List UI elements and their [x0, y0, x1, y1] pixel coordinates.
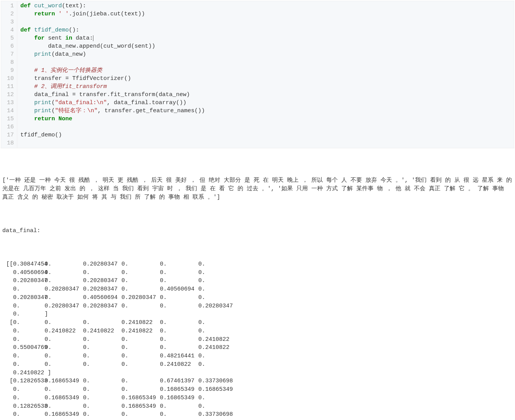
- matrix-row: [0.128265330.168653490.0.0.674613970.337…: [2, 377, 513, 385]
- matrix-cell: 0.: [121, 285, 160, 294]
- code-token: "data_final:\n": [55, 100, 107, 106]
- code-token: cut_word: [34, 3, 62, 9]
- matrix-cell: 0.: [45, 294, 83, 302]
- matrix-cell: 0.: [160, 319, 198, 327]
- matrix-cell: 0.16865349: [121, 402, 160, 411]
- line-number: 14: [1, 107, 14, 115]
- matrix-row: 0.202803470.0.202803470.0.0.: [2, 277, 513, 285]
- output-matrix: [[0.308474540.0.202803470.0.0. 0.4056069…: [2, 260, 513, 420]
- matrix-cell: 0.: [160, 269, 198, 277]
- matrix-cell: 0.: [198, 327, 237, 335]
- line-number: 3: [1, 18, 14, 26]
- matrix-cell: 0.: [45, 352, 83, 360]
- matrix-cell: 0.: [198, 285, 237, 294]
- matrix-cell: 0.20280347: [121, 294, 160, 302]
- code-token: [20, 11, 34, 17]
- matrix-cell: 0.: [83, 394, 121, 402]
- code-line[interactable]: [20, 139, 514, 147]
- code-token: "特征名字：\n": [55, 108, 98, 114]
- matrix-cell: 0.40560694: [160, 285, 198, 294]
- code-token: for: [34, 35, 45, 42]
- matrix-cell: 0.: [198, 260, 237, 269]
- matrix-row: 0.0.168653490.0.168653490.168653490.: [2, 394, 513, 402]
- line-number: 4: [1, 26, 14, 34]
- matrix-cell: 0.20280347: [6, 294, 45, 302]
- code-line[interactable]: print("特征名字：\n", transfer.get_feature_na…: [20, 107, 514, 115]
- code-token: [55, 11, 58, 17]
- code-line[interactable]: data_new.append(cut_word(sent)): [20, 42, 514, 50]
- matrix-cell: 0.: [160, 344, 198, 352]
- code-token: sent: [45, 35, 65, 42]
- code-line[interactable]: for sent in data:: [20, 34, 514, 42]
- matrix-row: 0.0.24108220.24108220.24108220.0.: [2, 327, 513, 335]
- line-number: 18: [1, 139, 14, 147]
- matrix-cell: 0.: [83, 344, 121, 352]
- matrix-row: [[0.308474540.0.202803470.0.0.: [2, 260, 513, 269]
- code-line[interactable]: return ' '.join(jieba.cut(text)): [20, 10, 514, 18]
- matrix-cell: 0.: [45, 402, 83, 411]
- code-line[interactable]: # 2、调用fit_transform: [20, 83, 514, 91]
- code-token: tfidf_demo(): [20, 132, 62, 138]
- matrix-cell: 0.: [83, 352, 121, 360]
- matrix-cell: 0.: [121, 360, 160, 369]
- code-token: return None: [34, 116, 72, 122]
- matrix-cell: 0.: [160, 402, 198, 411]
- code-token: [20, 108, 34, 114]
- matrix-cell: 0.: [198, 352, 237, 360]
- matrix-cell: 0.: [160, 327, 198, 335]
- matrix-row: 0.202803470.0.405606940.202803470.0.: [2, 294, 513, 302]
- code-token: (: [52, 100, 55, 106]
- output-sentences: ['一种 还是 一种 今天 很 残酷 ， 明天 更 残酷 ， 后天 很 美好 ，…: [2, 176, 513, 201]
- matrix-row: 0.0.168653490.0.0.0.33730698: [2, 410, 513, 419]
- code-block: 123456789101112131415161718 def cut_word…: [1, 1, 514, 148]
- matrix-cell: 0.: [83, 410, 121, 419]
- matrix-cell: 0.: [198, 360, 237, 369]
- code-token: # 1、实例化一个转换器类: [34, 67, 102, 74]
- matrix-cell: 0.: [121, 385, 160, 394]
- matrix-cell: 0.: [6, 410, 45, 419]
- code-line[interactable]: [20, 123, 514, 131]
- code-line[interactable]: [20, 18, 514, 26]
- code-line[interactable]: data_final = transfer.fit_transform(data…: [20, 91, 514, 99]
- code-token: transfer = TfidfVectorizer(): [20, 75, 131, 82]
- code-line[interactable]: def tfidf_demo():: [20, 26, 514, 34]
- matrix-cell: 0.: [45, 269, 83, 277]
- matrix-cell: 0.: [6, 352, 45, 360]
- matrix-cell: 0.20280347: [198, 302, 237, 310]
- matrix-row: 0.0.0.0.0.482164410.: [2, 352, 513, 360]
- matrix-cell: 0.: [6, 335, 45, 344]
- matrix-cell: 0.: [45, 260, 83, 269]
- matrix-cell: 0.33730698: [198, 410, 237, 419]
- matrix-cell: 0.16865349: [160, 385, 198, 394]
- matrix-cell: 0.: [198, 319, 237, 327]
- matrix-cell: 0.2410822: [198, 344, 237, 352]
- code-lines[interactable]: def cut_word(text): return ' '.join(jieb…: [17, 1, 514, 148]
- matrix-cell: 0.: [121, 377, 160, 385]
- code-line[interactable]: print(data_new): [20, 50, 514, 58]
- code-token: ' ': [58, 11, 69, 17]
- code-line[interactable]: return None: [20, 115, 514, 123]
- code-line[interactable]: print("data_final:\n", data_final.toarra…: [20, 99, 514, 107]
- matrix-cell: 0.: [198, 394, 237, 402]
- code-line[interactable]: tfidf_demo(): [20, 131, 514, 139]
- code-line[interactable]: # 1、实例化一个转换器类: [20, 66, 514, 75]
- matrix-cell: 0.2410822: [121, 327, 160, 335]
- matrix-cell: 0.16865349: [198, 385, 237, 394]
- matrix-cell: 0.2410822: [83, 327, 121, 335]
- code-token: print: [34, 51, 52, 58]
- matrix-cell: 0.: [160, 294, 198, 302]
- code-token: [20, 116, 34, 122]
- matrix-cell: 0.20280347: [45, 285, 83, 294]
- code-line[interactable]: [20, 58, 514, 66]
- code-token: [20, 51, 34, 58]
- code-line[interactable]: transfer = TfidfVectorizer(): [20, 75, 514, 83]
- line-number: 10: [1, 75, 14, 83]
- code-token: return: [34, 11, 55, 17]
- matrix-cell: 0.: [198, 402, 237, 411]
- code-token: (: [52, 108, 55, 114]
- matrix-cell: 0.: [83, 385, 121, 394]
- matrix-cell: 0.16865349: [160, 394, 198, 402]
- code-token: (data_new): [52, 51, 86, 58]
- code-token: .join(jieba.cut(text)): [69, 11, 145, 17]
- code-line[interactable]: def cut_word(text):: [20, 2, 514, 10]
